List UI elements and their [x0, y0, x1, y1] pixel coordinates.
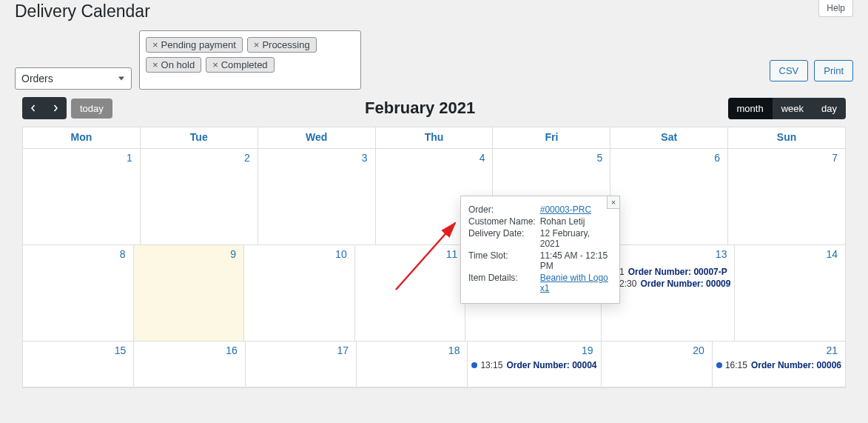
view-switch: month week day — [728, 98, 846, 119]
date-number: 2 — [244, 152, 250, 164]
view-month-button[interactable]: month — [728, 98, 773, 119]
filter-tag-label: Completed — [221, 59, 268, 70]
calendar-title: February 2021 — [365, 99, 475, 118]
date-number: 8 — [120, 248, 126, 260]
date-number: 6 — [714, 152, 720, 164]
date-number: 18 — [448, 344, 460, 356]
type-select-wrap: Orders — [15, 67, 132, 90]
event-time: 13:15 — [480, 360, 502, 370]
filter-tag-label: Pending payment — [161, 39, 236, 50]
filter-tag-label: On hold — [161, 59, 195, 70]
day-cell[interactable]: 18 — [357, 342, 468, 387]
close-icon[interactable]: × — [152, 59, 158, 70]
status-filter-box[interactable]: ×Pending payment ×Processing ×On hold ×C… — [139, 30, 361, 90]
day-cell[interactable]: 19 13:15Order Number: 00004 — [468, 342, 601, 387]
print-button[interactable]: Print — [814, 60, 853, 81]
day-cell[interactable]: 15 — [23, 342, 134, 387]
day-cell[interactable]: 16 — [134, 342, 245, 387]
day-cell[interactable]: 10 — [244, 245, 355, 342]
date-number: 4 — [480, 152, 485, 164]
dow-header: Sun — [728, 127, 845, 149]
date-number: 20 — [693, 344, 704, 356]
type-select[interactable]: Orders — [15, 67, 132, 90]
close-icon[interactable]: × — [212, 59, 218, 70]
day-cell-today[interactable]: 9 — [134, 245, 245, 342]
chevron-left-icon — [30, 104, 37, 112]
filter-tag-label: Processing — [262, 39, 309, 50]
date-number: 1 — [127, 152, 132, 164]
date-number: 9 — [230, 248, 236, 260]
popover-item-link[interactable]: Beanie with Logo x1 — [540, 273, 608, 293]
date-number: 10 — [335, 248, 347, 260]
event-popover: × Order:#00003-PRC Customer Name:Rohan L… — [460, 196, 620, 304]
dow-header: Tue — [141, 127, 258, 149]
filter-tag-completed[interactable]: ×Completed — [206, 57, 274, 73]
close-icon[interactable]: × — [152, 39, 158, 50]
dow-header: Sat — [610, 127, 728, 149]
date-number: 19 — [582, 344, 593, 356]
filter-tag-pending[interactable]: ×Pending payment — [146, 37, 243, 53]
date-number: 5 — [597, 152, 603, 164]
dow-header: Thu — [376, 127, 494, 149]
event-time: 16:15 — [725, 360, 747, 370]
day-cell[interactable]: 17 — [246, 342, 357, 387]
date-number: 3 — [362, 152, 368, 164]
nav-buttons — [22, 97, 67, 119]
calendar-grid: Mon Tue Wed Thu Fri Sat Sun 1 2 3 4 5 6 … — [22, 127, 846, 388]
page-title: Delivery Calendar — [15, 0, 150, 30]
popover-order-link[interactable]: #00003-PRC — [540, 204, 591, 215]
dow-header: Fri — [493, 127, 610, 149]
day-cell[interactable]: 14 — [735, 245, 845, 342]
popover-label: Order: — [468, 204, 540, 216]
event-label: Order Number: 00007-P — [628, 267, 727, 277]
close-icon[interactable]: × — [254, 39, 260, 50]
event-order-00006[interactable]: 16:15Order Number: 00006 — [714, 359, 844, 371]
filter-tag-onhold[interactable]: ×On hold — [146, 57, 201, 73]
popover-close-button[interactable]: × — [607, 196, 620, 209]
day-cell[interactable]: 7 — [728, 149, 845, 245]
today-button[interactable]: today — [71, 99, 112, 119]
date-number: 15 — [115, 344, 127, 356]
day-cell[interactable]: 13 11Order Number: 00007-P 12:30Order Nu… — [602, 245, 735, 342]
date-number: 13 — [716, 248, 727, 260]
view-week-button[interactable]: week — [773, 98, 813, 119]
help-button[interactable]: Help — [818, 0, 853, 17]
event-order-00009[interactable]: 12:30Order Number: 00009 — [603, 278, 733, 290]
date-number: 11 — [446, 248, 458, 260]
day-cell[interactable]: 6 — [610, 149, 728, 245]
popover-label: Time Slot: — [468, 250, 540, 272]
view-day-button[interactable]: day — [813, 98, 846, 119]
event-order-00004[interactable]: 13:15Order Number: 00004 — [469, 359, 599, 371]
next-button[interactable] — [44, 97, 67, 119]
day-cell[interactable]: 20 — [602, 342, 713, 387]
popover-label: Item Details: — [468, 272, 540, 294]
day-cell[interactable]: 2 — [141, 149, 258, 245]
day-cell[interactable]: 21 16:15Order Number: 00006 — [713, 342, 845, 387]
day-cell[interactable]: 1 — [23, 149, 141, 245]
filter-tag-processing[interactable]: ×Processing — [247, 37, 317, 53]
prev-button[interactable] — [22, 97, 44, 119]
event-order-00007[interactable]: 11Order Number: 00007-P — [603, 266, 733, 278]
event-label: Order Number: 00009 — [640, 279, 730, 289]
popover-label: Customer Name: — [468, 216, 540, 227]
date-number: 14 — [826, 248, 838, 260]
popover-customer: Rohan Letij — [540, 216, 612, 227]
chevron-right-icon — [52, 104, 59, 112]
popover-label: Delivery Date: — [468, 227, 540, 250]
popover-slot: 11:45 AM - 12:15 PM — [540, 250, 612, 272]
date-number: 16 — [226, 344, 238, 356]
day-cell[interactable]: 3 — [258, 149, 376, 245]
date-number: 21 — [826, 344, 838, 356]
day-cell[interactable]: 8 — [23, 245, 134, 342]
date-number: 17 — [337, 344, 349, 356]
csv-button[interactable]: CSV — [770, 60, 809, 81]
dow-header: Wed — [258, 127, 376, 149]
event-label: Order Number: 00006 — [751, 360, 841, 370]
popover-date: 12 February, 2021 — [540, 227, 612, 250]
event-label: Order Number: 00004 — [506, 360, 596, 370]
date-number: 7 — [832, 152, 838, 164]
dow-header: Mon — [23, 127, 141, 149]
day-cell[interactable]: 11 — [355, 245, 466, 342]
